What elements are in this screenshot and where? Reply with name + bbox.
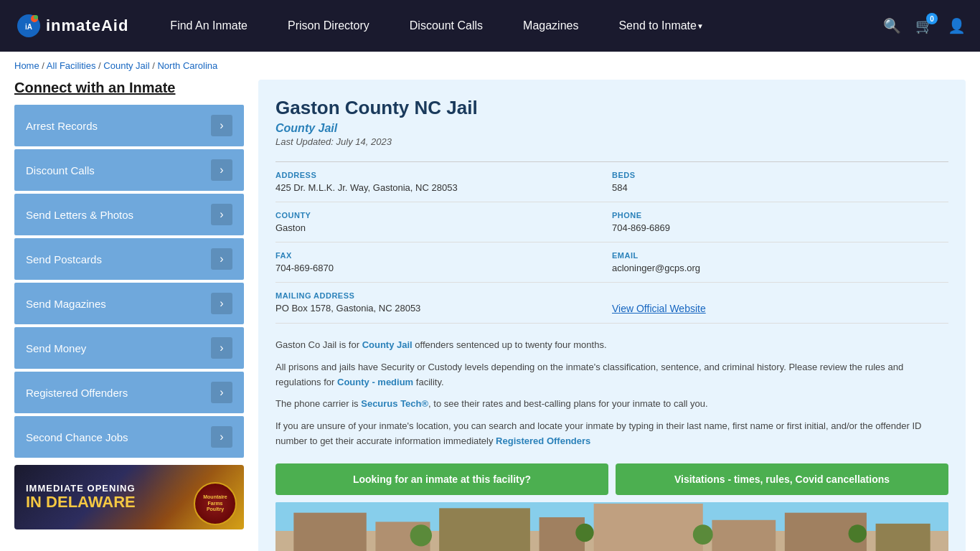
sidebar-label-arrest: Arrest Records — [26, 120, 98, 132]
phone-cell: PHONE 704-869-6869 — [612, 202, 948, 242]
facility-title: Gaston County NC Jail — [275, 97, 948, 119]
ad-logo-text: MountaireFarmsPoultry — [203, 494, 227, 512]
sidebar-label-jobs: Second Chance Jobs — [26, 431, 128, 443]
county-medium-link[interactable]: County - medium — [337, 377, 413, 387]
logo-text: inmateAid — [46, 17, 128, 35]
fax-cell: FAX 704-869-6870 — [275, 242, 612, 283]
beds-value: 584 — [612, 182, 948, 193]
nav-find-inmate[interactable]: Find An Inmate — [150, 0, 268, 52]
nav-magazines[interactable]: Magazines — [503, 0, 598, 52]
svg-rect-8 — [439, 508, 530, 551]
fax-label: FAX — [275, 251, 612, 260]
address-cell: ADDRESS 425 Dr. M.L.K. Jr. Way, Gastonia… — [275, 162, 612, 202]
breadcrumb: Home / All Facilities / County Jail / No… — [0, 52, 980, 80]
sidebar-label-offenders: Registered Offenders — [26, 387, 128, 399]
ad-logo: MountaireFarmsPoultry — [194, 482, 237, 525]
sidebar-item-registered-offenders[interactable]: Registered Offenders › — [14, 372, 244, 413]
svg-rect-11 — [712, 520, 776, 551]
arrow-icon-calls: › — [211, 159, 232, 181]
arrow-icon-postcards: › — [211, 248, 232, 270]
desc1: Gaston Co Jail is for County Jail offend… — [275, 338, 948, 353]
cart-icon[interactable]: 🛒 0 — [915, 17, 933, 34]
sidebar-item-second-chance[interactable]: Second Chance Jobs › — [14, 416, 244, 458]
arrow-icon-jobs: › — [211, 426, 232, 448]
sidebar-item-send-letters[interactable]: Send Letters & Photos › — [14, 194, 244, 235]
breadcrumb-north-carolina[interactable]: North Carolina — [157, 60, 217, 71]
svg-text:iA: iA — [25, 23, 32, 31]
svg-point-14 — [410, 524, 432, 546]
email-label: EMAIL — [612, 251, 948, 260]
sidebar-item-arrest-records[interactable]: Arrest Records › — [14, 105, 244, 146]
website-cell: View Official Website — [612, 283, 948, 324]
main-layout: Connect with an Inmate Arrest Records › … — [0, 80, 980, 551]
county-jail-link1[interactable]: County Jail — [362, 339, 413, 350]
county-value: Gaston — [275, 222, 612, 233]
find-inmate-button[interactable]: Looking for an inmate at this facility? — [275, 463, 608, 495]
header-icons: 🔍 🛒 0 👤 — [883, 17, 966, 34]
desc4: If you are unsure of your inmate's locat… — [275, 419, 948, 449]
ad-banner[interactable]: IMMEDIATE OPENING IN DELAWARE MountaireF… — [14, 465, 244, 529]
nav-discount-calls[interactable]: Discount Calls — [390, 0, 503, 52]
visitation-button[interactable]: Visitations - times, rules, Covid cancel… — [616, 463, 948, 495]
user-icon[interactable]: 👤 — [948, 17, 966, 34]
website-spacer — [612, 291, 948, 300]
beds-label: BEDS — [612, 171, 948, 179]
arrow-icon-money: › — [211, 337, 232, 359]
content-panel: Gaston County NC Jail County Jail Last U… — [258, 80, 966, 551]
desc3: The phone carrier is Securus Tech®, to s… — [275, 397, 948, 412]
svg-point-15 — [575, 524, 593, 542]
sidebar-item-send-magazines[interactable]: Send Magazines › — [14, 283, 244, 324]
logo[interactable]: iA inmateAid — [14, 11, 128, 40]
sidebar-label-money: Send Money — [26, 342, 86, 354]
main-nav: Find An Inmate Prison Directory Discount… — [150, 0, 883, 52]
svg-rect-13 — [876, 524, 930, 551]
mailing-cell: MAILING ADDRESS PO Box 1578, Gastonia, N… — [275, 283, 612, 324]
facility-image — [275, 502, 948, 551]
header: iA inmateAid Find An Inmate Prison Direc… — [0, 0, 980, 52]
bottom-buttons: Looking for an inmate at this facility? … — [275, 463, 948, 495]
mailing-value: PO Box 1578, Gastonia, NC 28053 — [275, 303, 612, 314]
sidebar-item-discount-calls[interactable]: Discount Calls › — [14, 149, 244, 191]
registered-offenders-link[interactable]: Registered Offenders — [496, 435, 590, 446]
address-value: 425 Dr. M.L.K. Jr. Way, Gastonia, NC 280… — [275, 182, 612, 193]
svg-rect-6 — [293, 512, 366, 551]
sidebar-item-send-money[interactable]: Send Money › — [14, 327, 244, 369]
svg-point-17 — [849, 524, 867, 542]
logo-icon: iA — [14, 11, 43, 40]
email-value: acloninger@gcps.org — [612, 263, 948, 273]
sidebar-label-letters: Send Letters & Photos — [26, 209, 133, 221]
county-cell: COUNTY Gaston — [275, 202, 612, 242]
breadcrumb-county-jail[interactable]: County Jail — [103, 60, 149, 71]
phone-value: 704-869-6869 — [612, 222, 948, 233]
sidebar: Connect with an Inmate Arrest Records › … — [14, 80, 244, 551]
fax-value: 704-869-6870 — [275, 263, 612, 273]
county-label: COUNTY — [275, 211, 612, 220]
svg-rect-10 — [594, 504, 703, 551]
nav-prison-directory[interactable]: Prison Directory — [268, 0, 390, 52]
website-link[interactable]: View Official Website — [612, 303, 706, 314]
nav-send-to-inmate[interactable]: Send to Inmate — [598, 0, 723, 52]
search-icon[interactable]: 🔍 — [883, 17, 901, 34]
info-grid: ADDRESS 425 Dr. M.L.K. Jr. Way, Gastonia… — [275, 161, 948, 324]
securus-link[interactable]: Securus Tech® — [361, 398, 428, 409]
phone-label: PHONE — [612, 211, 948, 220]
sidebar-label-magazines: Send Magazines — [26, 298, 106, 310]
sidebar-title: Connect with an Inmate — [14, 80, 244, 96]
desc2: All prisons and jails have Security or C… — [275, 360, 948, 390]
arrow-icon-letters: › — [211, 204, 232, 225]
cart-badge: 0 — [926, 13, 938, 24]
ad-logo-circle: MountaireFarmsPoultry — [194, 482, 237, 525]
ad-line2: IN DELAWARE — [26, 494, 136, 511]
breadcrumb-all-facilities[interactable]: All Facilities — [47, 60, 96, 71]
mailing-label: MAILING ADDRESS — [275, 291, 612, 300]
arrow-icon-offenders: › — [211, 382, 232, 403]
arrow-icon-magazines: › — [211, 293, 232, 314]
sidebar-item-send-postcards[interactable]: Send Postcards › — [14, 238, 244, 280]
beds-cell: BEDS 584 — [612, 162, 948, 202]
arrow-icon-arrest: › — [211, 115, 232, 136]
sidebar-label-calls: Discount Calls — [26, 164, 95, 176]
facility-type: County Jail — [275, 122, 948, 135]
facility-updated: Last Updated: July 14, 2023 — [275, 136, 948, 147]
svg-point-16 — [693, 524, 713, 545]
breadcrumb-home[interactable]: Home — [14, 60, 39, 71]
